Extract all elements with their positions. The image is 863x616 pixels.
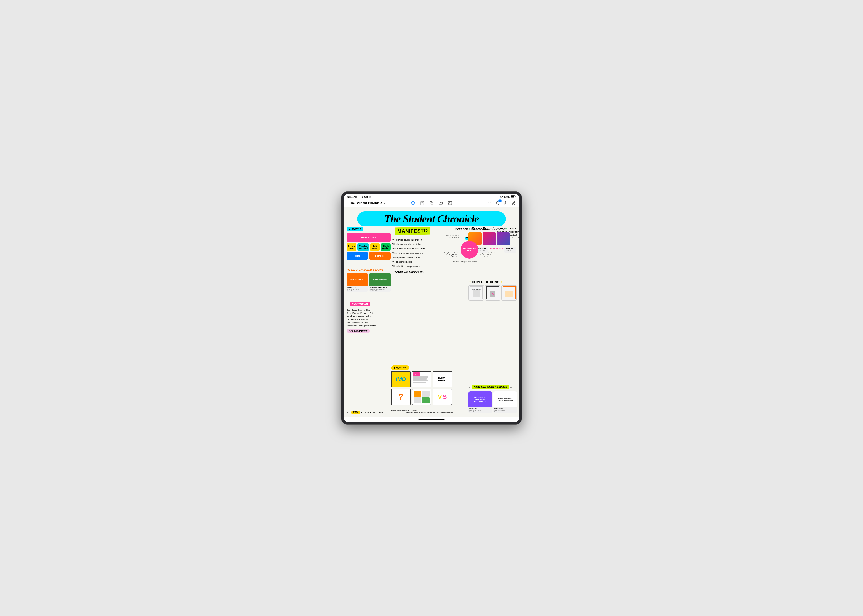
manifesto-item-1: We always say what we think: [392, 242, 441, 247]
manifesto-item-5: We challenge norms: [392, 260, 441, 264]
manifesto-section: ← MANIFESTO → We provide crucial informa…: [392, 227, 441, 274]
document-tool-button[interactable]: [419, 200, 425, 206]
interviews-size: 4.7 MB: [494, 411, 516, 413]
photo-deco-left: ✦: [468, 227, 471, 231]
content-track: The Weird History of Track & Field: [452, 261, 477, 263]
manifesto-context: AND CONTEXT: [411, 251, 423, 255]
battery-text: 100%: [504, 196, 510, 198]
review-order-card[interactable]: Review Order: [346, 243, 356, 251]
toolbar-right: 2: [461, 200, 517, 206]
written-deco-right: →: [510, 386, 512, 388]
gather-content-card[interactable]: Gather Content: [346, 233, 391, 242]
distribute-card[interactable]: Distribute: [369, 252, 391, 260]
pawpaw-file-size: 170.2 MB: [370, 290, 390, 291]
photo-thumb-2[interactable]: [483, 232, 496, 245]
cover-photo-indicator: COVER PHOTO? ↑: [489, 247, 503, 253]
features-name: Features: [469, 407, 491, 409]
staff-item-2: Farrah Tam: Assistant Editor: [346, 315, 391, 318]
photo-deco-right: ✦: [506, 227, 508, 231]
magic-file-name: Magic_V2: [347, 286, 367, 288]
copy-tool-button[interactable]: [428, 200, 435, 206]
edit-copy-card[interactable]: Edit Copy: [370, 243, 380, 251]
cover-photo-arrow: ↑: [495, 250, 497, 253]
cover-thumb-1[interactable]: OPINION! ISSUE: [468, 285, 484, 300]
interviews-card[interactable]: Lorem ipsum text interview content... In…: [493, 391, 517, 413]
written-submissions-title: WRITTEN SUBMISSIONS: [472, 385, 509, 389]
written-file-cards: THE STUDENT CHRONICLE FALL/WINTER Featur…: [468, 391, 517, 413]
layout-thumbnails: IMO P? RUMORREPORT ?: [391, 371, 468, 405]
timeline-grid: Gather Content Review Order Updated Mast…: [346, 233, 391, 260]
layout-rumor-report[interactable]: RUMORREPORT: [433, 371, 452, 387]
canvas-area[interactable]: The Student Chronicle Timeline Gather Co…: [344, 207, 519, 417]
research-title: RESEARCH SUBMISSIONS: [346, 268, 391, 271]
cover-options-section: ✦ COVER OPTIONS ✦ OPINION! ISSUE OPINION…: [468, 280, 517, 300]
doc-title[interactable]: The Student Chronicle: [350, 201, 382, 205]
add-art-director-button[interactable]: + Add Art Director: [346, 329, 370, 333]
pawpaw-file-type: Keynote Presentation: [370, 288, 390, 290]
masthead-banner: The Student Chronicle: [357, 211, 506, 226]
cover-thumbnails: OPINION! ISSUE OPINIONS ISSUE ✕ OPINIO I…: [468, 285, 517, 300]
pawpaw-file-name: Pawpaw Moon Hike: [370, 286, 390, 288]
photo-file-2-name: Event Ph...: [506, 247, 515, 250]
staff-item-1: Daren Estrada: Managing Editor: [346, 311, 391, 314]
pawpaw-file-card[interactable]: PAWPAW MOON HIKE Pawpaw Moon Hike Keynot…: [369, 273, 391, 292]
battery-icon: [511, 195, 516, 198]
home-indicator[interactable]: [418, 419, 445, 420]
layouts-title: Layouts: [391, 365, 409, 370]
collab-badge: 2: [498, 199, 501, 203]
ipad-screen: 9:41 AM Tue Oct 18 100%: [344, 194, 519, 422]
svg-rect-2: [511, 196, 515, 198]
media-tool-button[interactable]: [447, 200, 453, 206]
layout-2[interactable]: P?: [412, 371, 431, 387]
layout-imo[interactable]: IMO: [391, 371, 411, 387]
cover-thumb-2[interactable]: OPINIONS ISSUE ✕: [485, 285, 501, 300]
print-card[interactable]: Print: [346, 252, 368, 260]
text-tool-button[interactable]: [438, 200, 444, 206]
layout-question[interactable]: ?: [391, 389, 411, 405]
share-button[interactable]: [503, 200, 509, 206]
features-size: 2.5 MB: [469, 411, 491, 413]
written-header: ← WRITTEN SUBMISSIONS →: [468, 385, 517, 390]
status-indicators: 100%: [500, 195, 516, 198]
manifesto-arrow-right: →: [431, 231, 433, 233]
features-type: Pages Document: [469, 409, 491, 411]
status-date: Tue Oct 18: [359, 196, 372, 198]
features-card[interactable]: THE STUDENT CHRONICLE FALL/WINTER Featur…: [468, 391, 492, 413]
magic-file-type: Pages Document: [347, 288, 367, 290]
manifesto-item-4: We represent diverse voices: [392, 255, 441, 260]
photo-thumb-3[interactable]: [497, 232, 510, 245]
svg-rect-1: [515, 196, 516, 197]
photo-submissions-title: Photo Submissions: [472, 227, 505, 231]
interviews-info: Interviews PDF Document 4.7 MB: [493, 407, 517, 413]
pencil-tool-button[interactable]: [410, 200, 416, 206]
check-credits-card[interactable]: Check Credits: [381, 243, 391, 251]
manifesto-item-2: We stand up for our student body: [392, 247, 441, 251]
ipad-device: 9:41 AM Tue Oct 18 100%: [341, 192, 522, 424]
back-button[interactable]: ‹: [346, 201, 348, 206]
progress-area: # 1 57% FOR NEXT AL TEAM!: [346, 410, 383, 415]
undo-button[interactable]: [487, 200, 493, 206]
cover-thumb-3[interactable]: OPINIO ISSUE: [501, 285, 517, 300]
timeline-label: Timeline: [346, 227, 364, 231]
masthead-staff-list: Eden Sears: Editor in Chief Daren Estrad…: [346, 308, 391, 327]
content-vending: Bang for your Buck: Vending Machine Theo…: [443, 252, 458, 258]
collab-button[interactable]: 2: [495, 200, 501, 206]
research-file-cards: WHAT IS MAGIC? Magic_V2 Pages Document 2…: [346, 273, 391, 292]
layout-vs[interactable]: V S: [433, 389, 452, 405]
progress-label: FOR NEXT AL TEAM!: [361, 412, 383, 414]
layouts-header: Layouts: [391, 366, 468, 370]
masthead-staff-section: ← MASTHEAD → Eden Sears: Editor in Chief…: [346, 302, 391, 333]
layout-box[interactable]: [412, 389, 431, 405]
magic-file-card[interactable]: WHAT IS MAGIC? Magic_V2 Pages Document 2…: [346, 273, 368, 292]
toolbar-center: [404, 200, 459, 206]
features-info: Features Pages Document 2.5 MB: [468, 407, 492, 413]
content-ghost-drama: Ghost of the Drama Room Returns: [443, 234, 460, 238]
manifesto-question: Should we elaborate?: [392, 270, 441, 274]
title-dropdown-arrow[interactable]: ▾: [384, 202, 385, 204]
manifesto-item-0: We provide crucial information: [392, 238, 441, 242]
edit-mode-button[interactable]: [511, 200, 517, 206]
updated-masthead-card[interactable]: Updated Masthead: [357, 243, 369, 251]
cover-options-header: ✦ COVER OPTIONS ✦: [468, 280, 517, 284]
toolbar-left: ‹ The Student Chronicle ▾: [346, 201, 402, 206]
photo-file-card-2[interactable]: Event Ph... Keynote P...: [504, 247, 516, 253]
